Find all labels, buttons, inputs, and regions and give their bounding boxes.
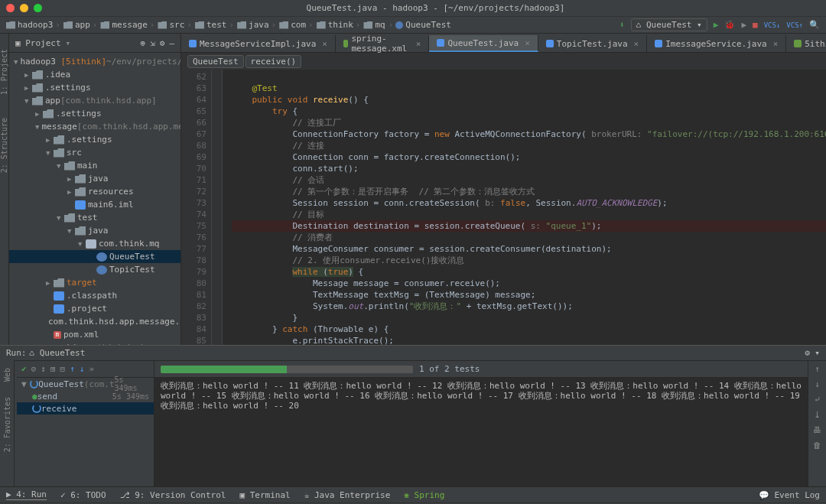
collapse-all-icon[interactable]: ⇲: [150, 38, 155, 48]
tree-item-search[interactable]: ▶search [com.think.hsd.app.search: [9, 341, 180, 345]
maximize-window[interactable]: [34, 4, 42, 12]
scroll-from-source-icon[interactable]: ⊕: [141, 38, 146, 48]
fold-gutter[interactable]: [212, 70, 223, 345]
hide-panel-icon[interactable]: —: [169, 38, 174, 48]
test-send[interactable]: ● send5s 349ms: [17, 390, 154, 402]
tool-web[interactable]: Web: [3, 368, 11, 382]
close-tab-icon[interactable]: ×: [634, 39, 639, 49]
tree-item-java[interactable]: ▼java: [9, 224, 180, 237]
tab-QueueTest.java[interactable]: QueueTest.java ×: [429, 35, 538, 52]
tree-root[interactable]: ▼hadoop3 [5ithink] ~/env/projects/hadoo: [9, 55, 180, 68]
code-content[interactable]: @Test public void receive() { try { // 连…: [223, 70, 826, 345]
collapse-all-icon[interactable]: ⊟: [60, 364, 66, 374]
test-tree[interactable]: ✔ ⊘ ↕ ⊞ ⊟ ↑ ↓ » ▼ QueueTest (com.t5s 349…: [17, 361, 154, 486]
tree-item-resources[interactable]: ▶resources: [9, 185, 180, 198]
run-settings-icon[interactable]: ⚙ ▾: [805, 348, 820, 358]
tool-jee[interactable]: ☕ Java Enterprise: [304, 490, 391, 500]
more-icon[interactable]: »: [89, 364, 94, 374]
sort-icon[interactable]: ↕: [41, 364, 46, 374]
run-button[interactable]: ▶: [714, 20, 719, 30]
tool-vcs[interactable]: ⎇ 9: Version Control: [120, 490, 226, 500]
expand-all-icon[interactable]: ⊞: [50, 364, 56, 374]
scroll-up-icon[interactable]: ↑: [812, 364, 823, 375]
breadcrumb-file[interactable]: › QueueTest: [389, 20, 451, 30]
tree-item-com.think.hsd.app.message.iml[interactable]: com.think.hsd.app.message.iml: [9, 315, 180, 328]
tree-item-target[interactable]: ▶target: [9, 276, 180, 289]
project-view-selector[interactable]: ▣ Project: [15, 38, 61, 48]
tab-MessageServiceImpl.java[interactable]: MessageServiceImpl.java ×: [181, 35, 336, 52]
next-test-icon[interactable]: ↓: [80, 364, 85, 374]
breadcrumb-test[interactable]: test ›: [195, 20, 234, 30]
show-passed-icon[interactable]: ✔: [21, 364, 27, 374]
tree-item-.project[interactable]: .project: [9, 302, 180, 315]
test-QueueTest[interactable]: ▼ QueueTest (com.t5s 349ms: [17, 378, 154, 390]
breadcrumb-src[interactable]: src ›: [158, 20, 192, 30]
breadcrumb-mq[interactable]: mq: [363, 20, 385, 30]
tree-item-src[interactable]: ▼src: [9, 146, 180, 159]
tree-item-message[interactable]: ▼message [com.think.hsd.app.mes: [9, 120, 180, 133]
breadcrumb-hadoop3[interactable]: hadoop3 ›: [6, 20, 60, 30]
search-icon[interactable]: 🔍: [809, 20, 820, 30]
soft-wrap-icon[interactable]: ⤶: [812, 395, 823, 405]
tree-item-.settings[interactable]: ▶.settings: [9, 133, 180, 146]
tree-item-com.think.mq[interactable]: ▼com.think.mq: [9, 237, 180, 250]
tree-item-test[interactable]: ▼test: [9, 211, 180, 224]
tree-item-.settings[interactable]: ▶.settings: [9, 107, 180, 120]
print-icon[interactable]: 🖶: [812, 425, 823, 436]
tool-terminal[interactable]: ▣ Terminal: [239, 490, 290, 500]
tab-ImessageService.java[interactable]: ImessageService.java ×: [647, 35, 786, 52]
tool-todo[interactable]: ✓ 6: TODO: [60, 490, 106, 500]
breadcrumb-com[interactable]: com ›: [279, 20, 314, 30]
tool-structure[interactable]: 2: Structure: [0, 118, 8, 173]
bottom-toolbar: ▶ 4: Run ✓ 6: TODO ⎇ 9: Version Control …: [0, 486, 826, 502]
tool-spring[interactable]: ❀ Spring: [404, 490, 444, 500]
tab-5ithink[interactable]: 5ithink ×: [786, 35, 826, 52]
tree-item-main[interactable]: ▼main: [9, 159, 180, 172]
stop-button[interactable]: ■: [753, 20, 758, 30]
breadcrumb-message[interactable]: message ›: [100, 20, 154, 30]
test-receive[interactable]: receive: [17, 402, 154, 415]
close-tab-icon[interactable]: ×: [416, 39, 421, 49]
vcs-commit[interactable]: VCS↑: [786, 21, 803, 29]
breadcrumb-class[interactable]: QueueTest: [187, 55, 244, 68]
scroll-to-end-icon[interactable]: ⤓: [812, 410, 823, 421]
prev-test-icon[interactable]: ↑: [70, 364, 75, 374]
build-icon[interactable]: ⬇: [620, 20, 625, 30]
close-tab-icon[interactable]: ×: [322, 39, 327, 49]
scroll-down-icon[interactable]: ↓: [812, 379, 823, 390]
project-tree[interactable]: ▼hadoop3 [5ithink] ~/env/projects/hadoo▶…: [9, 53, 180, 345]
tab-TopicTest.java[interactable]: TopicTest.java ×: [538, 35, 647, 52]
tool-run[interactable]: ▶ 4: Run: [6, 489, 47, 500]
vcs-update[interactable]: VCS↓: [764, 21, 781, 29]
breadcrumb-think[interactable]: think ›: [317, 20, 361, 30]
code-editor[interactable]: 62 63 64 65 66 67 68 69 70 71 72 73 74 7…: [181, 70, 826, 345]
breadcrumb-java[interactable]: java ›: [237, 20, 276, 30]
tree-item-.idea[interactable]: ▶.idea: [9, 68, 180, 81]
tab-spring-message.xml[interactable]: spring-message.xml ×: [336, 35, 430, 52]
breadcrumb-app[interactable]: app ›: [63, 20, 98, 30]
titlebar: QueueTest.java - hadoop3 - [~/env/projec…: [0, 0, 826, 17]
console-output[interactable]: 收到消息：hello world ! -- 11 收到消息：hello worl…: [154, 378, 808, 486]
event-log[interactable]: 💬 Event Log: [759, 490, 820, 500]
breadcrumb-method[interactable]: receive(): [246, 55, 302, 68]
debug-button[interactable]: 🐞: [724, 20, 735, 30]
tree-item-QueueTest[interactable]: QueueTest: [9, 250, 180, 263]
tree-item-app[interactable]: ▼app [com.think.hsd.app]: [9, 94, 180, 107]
close-tab-icon[interactable]: ×: [525, 38, 530, 48]
tree-item-main6.iml[interactable]: main6.iml: [9, 198, 180, 211]
tree-item-pom.xml[interactable]: mpom.xml: [9, 328, 180, 341]
settings-gear-icon[interactable]: ⚙: [160, 38, 165, 48]
tree-item-.classpath[interactable]: .classpath: [9, 289, 180, 302]
close-window[interactable]: [6, 4, 15, 12]
coverage-button[interactable]: ▶: [741, 20, 746, 30]
tree-item-TopicTest[interactable]: TopicTest: [9, 263, 180, 276]
tree-item-java[interactable]: ▶java: [9, 172, 180, 185]
minimize-window[interactable]: [20, 4, 28, 12]
tool-favorites[interactable]: 2: Favorites: [3, 397, 11, 452]
tool-project[interactable]: 1: Project: [0, 49, 8, 95]
run-config-selector[interactable]: ♺ QueueTest ▾: [631, 18, 707, 31]
close-tab-icon[interactable]: ×: [773, 39, 779, 49]
tree-item-.settings[interactable]: ▶.settings: [9, 81, 180, 94]
show-ignored-icon[interactable]: ⊘: [31, 364, 37, 374]
clear-icon[interactable]: 🗑: [812, 441, 823, 451]
